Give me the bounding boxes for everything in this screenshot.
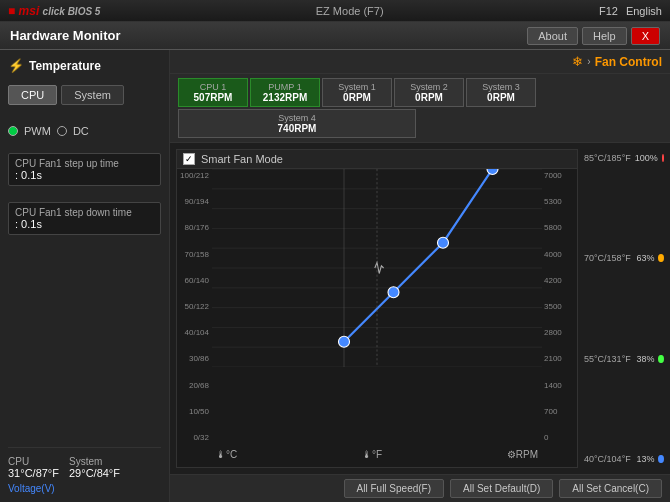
full-speed-button[interactable]: All Full Speed(F) [344,479,444,498]
temp-dot-38 [658,355,664,363]
chart-area: ✓ Smart Fan Mode 100/212 90/194 80/176 7… [170,143,670,474]
step-up-box: CPU Fan1 step up time : 0.1s [8,153,161,186]
set-default-button[interactable]: All Set Default(D) [450,479,553,498]
fan-sys3-name: System 3 [475,82,527,92]
about-button[interactable]: About [527,27,578,45]
action-bar: All Full Speed(F) All Set Default(D) All… [170,474,670,502]
fan-box-sys3[interactable]: System 3 0RPM [466,78,536,107]
close-button[interactable]: X [631,27,660,45]
help-button[interactable]: Help [582,27,627,45]
temp-scale-100: 85°C/185°F 100% [584,153,664,163]
voltage-label: Voltage(V) [8,483,161,494]
fan-control-title: Fan Control [595,55,662,69]
fan-speeds: CPU 1 507RPM PUMP 1 2132RPM System 1 0RP… [170,74,670,143]
fan-sys1-name: System 1 [331,82,383,92]
fan-sys1-rpm: 0RPM [331,92,383,103]
temp-row: CPU 31°C/87°F System 29°C/84°F [8,456,161,479]
temp-tabs: CPU System [8,85,161,105]
pwm-radio[interactable] [8,126,18,136]
step-up-value: : 0.1s [15,169,154,181]
left-panel: ⚡ Temperature CPU System PWM DC CPU Fan1… [0,50,170,502]
temp-info: CPU 31°C/87°F System 29°C/84°F Voltage(V… [8,447,161,494]
arrow-icon: › [587,56,590,67]
pwm-label: PWM [24,125,51,137]
fan-icon: ❄ [572,54,583,69]
cpu-temp: CPU 31°C/87°F [8,456,59,479]
fan-sys4-rpm: 740RPM [187,123,407,134]
fan-box-sys1[interactable]: System 1 0RPM [322,78,392,107]
fan-rpm-icon: ⚙RPM [507,449,538,460]
temp-scale-13: 40°C/104°F 13% [584,454,664,464]
fan-box-sys2[interactable]: System 2 0RPM [394,78,464,107]
fan-sys4-name: System 4 [187,113,407,123]
chart-checkbox[interactable]: ✓ [183,153,195,165]
pwm-dc-row: PWM DC [8,125,161,137]
temp-scale-63: 70°C/158°F 63% [584,253,664,263]
dc-label: DC [73,125,89,137]
thermometer-f-icon: 🌡°F [362,449,382,460]
temp-dot-100 [662,154,664,162]
temp-dot-63 [658,254,664,262]
set-cancel-button[interactable]: All Set Cancel(C) [559,479,662,498]
fan-box-cpu1[interactable]: CPU 1 507RPM [178,78,248,107]
thermometer-icon: ⚡ [8,58,24,73]
svg-point-14 [438,237,449,248]
x-axis: 🌡°C 🌡°F ⚙RPM [212,444,542,464]
chart-svg[interactable] [212,169,542,367]
system-temp-label: System [69,456,120,467]
svg-point-13 [388,287,399,298]
logo: ■ msi click BIOS 5 [8,4,100,18]
chart-title-row: ✓ Smart Fan Mode [177,150,577,169]
fan-sys2-rpm: 0RPM [403,92,455,103]
temp-scale: 85°C/185°F 100% 70°C/158°F 63% 55°C/131°… [584,149,664,468]
cpu-temp-label: CPU [8,456,59,467]
temp-scale-38: 55°C/131°F 38% [584,354,664,364]
language-label: English [626,5,662,17]
f12-label: F12 [599,5,618,17]
svg-point-12 [339,336,350,347]
temperature-label: Temperature [29,59,101,73]
chart-title: Smart Fan Mode [201,153,283,165]
fan-sys2-name: System 2 [403,82,455,92]
ez-mode-label: EZ Mode (F7) [316,5,384,17]
cpu-temp-value: 31°C/87°F [8,467,59,479]
fan-pump1-name: PUMP 1 [259,82,311,92]
top-bar-right: F12 English [599,5,662,17]
window-title-bar: Hardware Monitor About Help X [0,22,670,50]
fan-box-sys4[interactable]: System 4 740RPM [178,109,416,138]
y-axis-right: 7000 5300 5800 4000 4200 3500 2800 2100 … [542,169,577,444]
temp-dot-13 [658,455,664,463]
fan-sys3-rpm: 0RPM [475,92,527,103]
window-buttons: About Help X [527,27,660,45]
fan-cpu1-name: CPU 1 [187,82,239,92]
fan-box-pump1[interactable]: PUMP 1 2132RPM [250,78,320,107]
y-axis-left: 100/212 90/194 80/176 70/158 60/140 50/1… [177,169,212,444]
step-down-value: : 0.1s [15,218,154,230]
right-panel: ❄ › Fan Control CPU 1 507RPM PUMP 1 2132… [170,50,670,502]
main-content: ⚡ Temperature CPU System PWM DC CPU Fan1… [0,50,670,502]
top-bar: ■ msi click BIOS 5 EZ Mode (F7) F12 Engl… [0,0,670,22]
chart-inner: 100/212 90/194 80/176 70/158 60/140 50/1… [177,169,577,464]
window-title: Hardware Monitor [10,28,121,43]
temperature-header: ⚡ Temperature [8,58,161,73]
step-up-label: CPU Fan1 step up time [15,158,154,169]
fan-header: ❄ › Fan Control [170,50,670,74]
step-down-box: CPU Fan1 step down time : 0.1s [8,202,161,235]
step-down-label: CPU Fan1 step down time [15,207,154,218]
chart-container: ✓ Smart Fan Mode 100/212 90/194 80/176 7… [176,149,578,468]
fan-pump1-rpm: 2132RPM [259,92,311,103]
tab-cpu[interactable]: CPU [8,85,57,105]
system-temp: System 29°C/84°F [69,456,120,479]
fan-cpu1-rpm: 507RPM [187,92,239,103]
tab-system[interactable]: System [61,85,124,105]
dc-radio[interactable] [57,126,67,136]
thermometer-c-icon: 🌡°C [216,449,237,460]
system-temp-value: 29°C/84°F [69,467,120,479]
